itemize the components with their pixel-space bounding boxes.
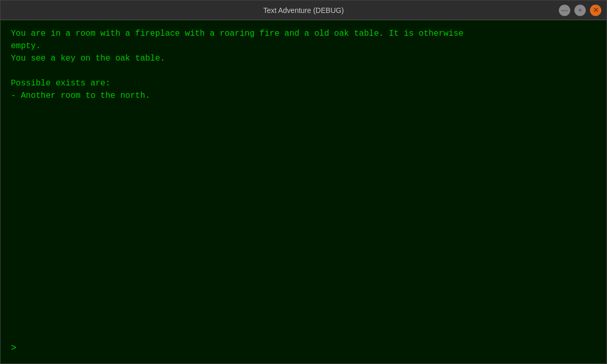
window-controls: — + ✕	[559, 5, 601, 16]
command-input[interactable]	[17, 343, 483, 353]
titlebar: Text Adventure (DEBUG) — + ✕	[1, 1, 606, 20]
app-window: Text Adventure (DEBUG) — + ✕ You are in …	[0, 0, 607, 364]
minimize-button[interactable]: —	[559, 5, 570, 16]
window-title: Text Adventure (DEBUG)	[263, 6, 344, 14]
terminal-output: You are in a room with a fireplace with …	[11, 27, 596, 102]
close-button[interactable]: ✕	[590, 5, 601, 16]
prompt-area[interactable]: >	[11, 343, 483, 353]
terminal-content: You are in a room with a fireplace with …	[1, 20, 606, 363]
maximize-button[interactable]: +	[574, 5, 586, 16]
prompt-symbol: >	[11, 343, 17, 353]
